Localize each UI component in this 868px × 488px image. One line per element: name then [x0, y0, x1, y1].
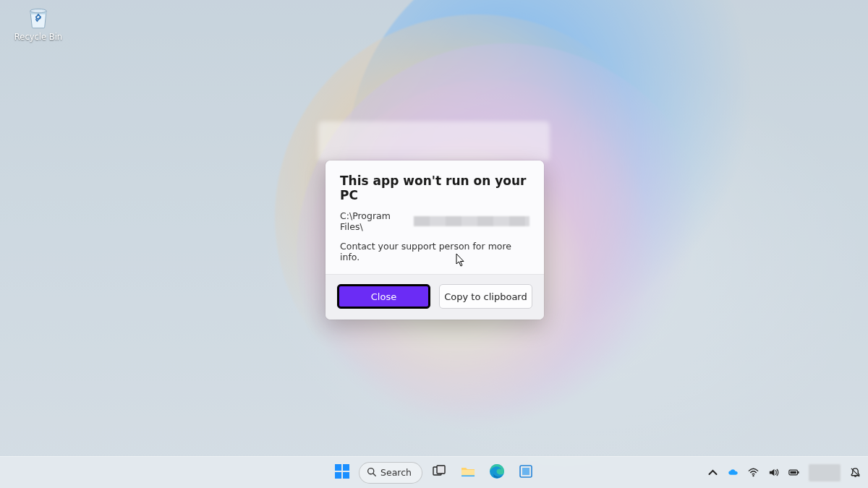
close-button[interactable]: Close [337, 284, 430, 309]
tray-overflow-button[interactable] [707, 467, 718, 478]
edge-button[interactable] [485, 461, 509, 485]
battery-icon[interactable] [788, 467, 799, 478]
notifications-button[interactable] [850, 467, 861, 478]
svg-rect-13 [522, 468, 529, 475]
svg-rect-10 [461, 475, 475, 476]
dialog-message: Contact your support person for more inf… [340, 241, 529, 262]
task-view-icon [433, 465, 446, 481]
edge-icon [489, 463, 505, 482]
desktop-icon-label: Recycle Bin [12, 32, 65, 42]
svg-rect-16 [791, 471, 796, 474]
mouse-cursor-icon [456, 253, 466, 267]
dialog-path: C:\Program Files\ [340, 210, 529, 232]
taskbar-search-label: Search [380, 467, 412, 478]
file-explorer-button[interactable] [456, 461, 480, 485]
app-icon [519, 464, 533, 481]
dialog-title: This app won't run on your PC [340, 174, 529, 202]
volume-icon[interactable] [768, 467, 779, 478]
file-explorer-icon [460, 463, 476, 482]
desktop[interactable]: Recycle Bin This app won't run on your P… [0, 0, 868, 488]
copy-to-clipboard-button[interactable]: Copy to clipboard [439, 284, 532, 309]
svg-rect-1 [335, 464, 341, 471]
svg-rect-17 [798, 471, 799, 474]
wifi-icon[interactable] [748, 467, 759, 478]
recycle-bin-icon [12, 3, 65, 30]
app-compat-dialog: This app won't run on your PC C:\Program… [326, 160, 544, 320]
onedrive-icon[interactable] [728, 467, 739, 478]
desktop-icon-recycle-bin[interactable]: Recycle Bin [12, 3, 65, 42]
svg-rect-4 [343, 472, 349, 479]
svg-rect-3 [335, 472, 341, 479]
svg-point-14 [752, 475, 754, 476]
taskbar-center: Search [330, 461, 538, 485]
dialog-button-row: Close Copy to clipboard [326, 274, 544, 320]
taskbar: Search [0, 456, 868, 488]
dialog-path-redacted [414, 216, 529, 226]
svg-point-0 [30, 9, 46, 13]
svg-line-6 [373, 473, 375, 475]
svg-rect-2 [343, 464, 349, 471]
taskbar-search[interactable]: Search [359, 462, 422, 484]
system-tray [707, 464, 861, 481]
windows-logo-icon [334, 463, 350, 482]
taskbar-app-button[interactable] [514, 461, 538, 485]
blurred-window-behind-dialog [318, 121, 550, 160]
svg-rect-8 [437, 466, 445, 474]
search-icon [367, 467, 376, 479]
dialog-path-text: C:\Program Files\ [340, 210, 411, 232]
task-view-button[interactable] [427, 461, 451, 485]
start-button[interactable] [330, 461, 354, 485]
tray-clock-redacted [809, 464, 841, 481]
